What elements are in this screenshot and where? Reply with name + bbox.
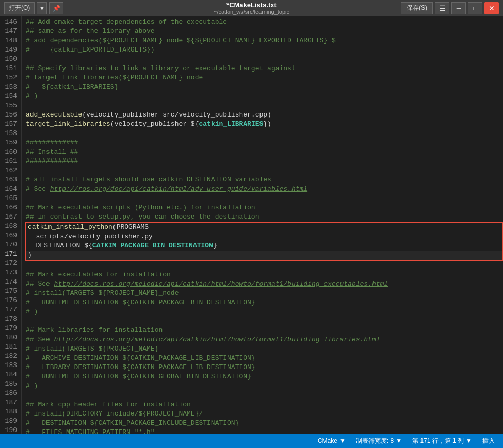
line-number: 187 <box>4 398 17 407</box>
code-line: ############# <box>26 157 503 166</box>
line-number: 162 <box>4 166 17 175</box>
position-status[interactable]: 第 171 行，第 1 列 ▼ <box>410 437 474 445</box>
mode-status[interactable]: 插入 <box>480 437 497 445</box>
line-number: 155 <box>4 101 17 110</box>
status-bar: CMake ▼ 制表符宽度: 8 ▼ 第 171 行，第 1 列 ▼ 插入 <box>0 434 503 448</box>
code-line: # DESTINATION ${CATKIN_PACKAGE_INCLUDE_D… <box>26 419 503 428</box>
line-number: 175 <box>4 287 17 296</box>
line-number: 181 <box>4 342 17 352</box>
line-number: 160 <box>4 147 17 157</box>
code-line: ## Mark cpp header files for installatio… <box>26 400 503 409</box>
line-number: 179 <box>4 324 17 333</box>
code-line: # add_dependencies(${PROJECT_NAME}_node … <box>26 36 503 45</box>
line-number: 174 <box>4 277 17 287</box>
maximize-button[interactable]: □ <box>468 2 482 14</box>
code-line: # target_link_libraries(${PROJECT_NAME}_… <box>26 73 503 82</box>
open-button[interactable]: 打开(O) <box>4 2 35 14</box>
line-number: 178 <box>4 314 17 324</box>
code-line: # ) <box>26 92 503 101</box>
line-number: 190 <box>4 426 17 434</box>
code-line: # ${catkin_LIBRARIES} <box>26 82 503 92</box>
code-line: # ARCHIVE DESTINATION ${CATKIN_PACKAGE_L… <box>26 354 503 363</box>
code-line: ## Specify libraries to link a library o… <box>26 64 503 73</box>
line-number: 158 <box>4 129 17 138</box>
line-number: 164 <box>4 185 17 194</box>
code-line: target_link_libraries(velocity_publisher… <box>26 120 503 129</box>
window: 打开(O) ▼ 📌 *CMakeLists.txt ~/catkin_ws/sr… <box>0 0 503 448</box>
line-number: 168 <box>4 222 17 231</box>
open-label: 打开(O) <box>9 4 30 12</box>
code-line: # RUNTIME DESTINATION ${CATKIN_PACKAGE_B… <box>26 298 503 307</box>
code-line: # RUNTIME DESTINATION ${CATKIN_GLOBAL_BI… <box>26 372 503 381</box>
code-line: # install(TARGETS ${PROJECT_NAME} <box>26 344 503 354</box>
line-number: 188 <box>4 407 17 417</box>
line-number: 147 <box>4 27 17 36</box>
line-number: 157 <box>4 120 17 129</box>
code-line <box>26 194 503 203</box>
line-number: 173 <box>4 268 17 277</box>
code-line <box>26 55 503 64</box>
code-line: ## See http://docs.ros.org/melodic/api/c… <box>26 335 503 344</box>
open-dropdown-button[interactable]: ▼ <box>37 2 47 14</box>
code-line: DESTINATION ${CATKIN_PACKAGE_BIN_DESTINA… <box>25 241 503 251</box>
line-number: 177 <box>4 305 17 314</box>
code-line: ## Mark libraries for installation <box>26 326 503 335</box>
filepath: ~/catkin_ws/src/learning_topic <box>214 9 289 15</box>
code-line: # ) <box>26 381 503 391</box>
pin-button[interactable]: 📌 <box>49 2 63 14</box>
code-line: scripts/velocity_publisher.py <box>25 232 503 241</box>
minimize-button[interactable]: ─ <box>451 2 466 14</box>
editor-body: 1461471481491501511521531541551561571581… <box>0 16 503 434</box>
code-line: ## same as for the library above <box>26 27 503 36</box>
line-number: 176 <box>4 296 17 305</box>
code-line <box>26 317 503 326</box>
code-line: # See http://ros.org/doc/api/catkin/html… <box>26 185 503 194</box>
line-number: 182 <box>4 352 17 361</box>
language-status[interactable]: CMake ▼ <box>316 437 348 444</box>
line-number: 163 <box>4 175 17 185</box>
line-number: 167 <box>4 212 17 222</box>
line-number: 150 <box>4 55 17 64</box>
code-line: ## See http://docs.ros.org/melodic/api/c… <box>26 279 503 289</box>
code-line: # all install targets should use catkin … <box>26 175 503 185</box>
save-button[interactable]: 保存(S) <box>401 2 433 14</box>
line-number: 161 <box>4 157 17 166</box>
code-line <box>26 129 503 138</box>
code-line <box>26 101 503 110</box>
line-number: 180 <box>4 333 17 342</box>
line-number: 152 <box>4 73 17 82</box>
code-line: ## in contrast to setup.py, you can choo… <box>26 212 503 222</box>
code-line: ## Add cmake target dependencies of the … <box>26 18 503 27</box>
title-bar: 打开(O) ▼ 📌 *CMakeLists.txt ~/catkin_ws/sr… <box>0 0 503 16</box>
code-line: ############# <box>26 138 503 147</box>
line-number: 171 <box>4 250 17 259</box>
code-line: ) <box>25 251 503 261</box>
language-label: CMake <box>318 437 337 444</box>
code-line <box>26 166 503 175</box>
code-line: # install(TARGETS ${PROJECT_NAME}_node <box>26 289 503 298</box>
tab-width-status[interactable]: 制表符宽度: 8 ▼ <box>354 437 404 445</box>
code-line: add_executable(velocity_publisher src/ve… <box>26 110 503 120</box>
tab-width-label: 制表符宽度: 8 <box>356 437 394 445</box>
title-bar-center: *CMakeLists.txt ~/catkin_ws/src/learning… <box>214 1 289 15</box>
code-line: # {catkin_EXPORTED_TARGETS}) <box>26 45 503 55</box>
menu-button[interactable]: ☰ <box>435 2 449 14</box>
close-button[interactable]: ✕ <box>484 2 499 14</box>
position-label: 第 171 行，第 1 列 <box>412 437 464 445</box>
line-number: 170 <box>4 240 17 250</box>
code-line <box>26 261 503 270</box>
line-number: 169 <box>4 231 17 240</box>
code-line: # install(DIRECTORY include/${PROJECT_NA… <box>26 409 503 419</box>
code-area[interactable]: ## Add cmake target dependencies of the … <box>22 16 503 434</box>
filename: *CMakeLists.txt <box>214 1 289 9</box>
line-number: 186 <box>4 389 17 398</box>
line-number: 154 <box>4 92 17 101</box>
line-number: 172 <box>4 259 17 268</box>
line-number: 149 <box>4 45 17 55</box>
title-bar-left: 打开(O) ▼ 📌 <box>4 2 63 14</box>
line-number: 185 <box>4 379 17 389</box>
line-numbers: 1461471481491501511521531541551561571581… <box>0 16 22 434</box>
code-line: ## Mark executable scripts (Python etc.)… <box>26 203 503 212</box>
mode-label: 插入 <box>482 437 495 445</box>
line-number: 151 <box>4 64 17 73</box>
